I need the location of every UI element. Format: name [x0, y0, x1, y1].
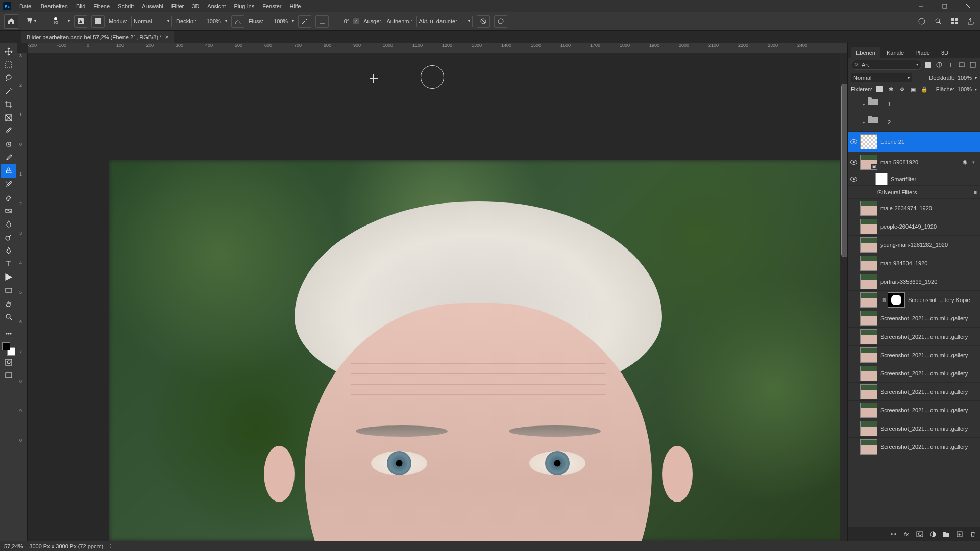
cloud-docs-icon[interactable]	[917, 16, 927, 27]
canvas-scrollbar-vertical[interactable]	[840, 53, 847, 541]
layer-row[interactable]: Smartfilter	[848, 172, 980, 186]
history-brush-tool[interactable]	[1, 178, 16, 191]
dodge-tool[interactable]	[1, 231, 16, 244]
canvas[interactable]	[28, 53, 847, 541]
tool-preset-picker[interactable]: ▾	[22, 14, 39, 29]
marquee-tool[interactable]	[1, 58, 16, 71]
layer-row[interactable]: Screenshot_2021…om.miui.gallery	[848, 328, 980, 346]
visibility-toggle[interactable]	[848, 177, 860, 182]
close-button[interactable]	[957, 0, 980, 12]
layer-row[interactable]: ▸1	[848, 95, 980, 113]
expand-icon[interactable]: ▸	[860, 102, 867, 107]
move-tool[interactable]	[1, 45, 16, 58]
pen-tool[interactable]	[1, 244, 16, 257]
lock-position-icon[interactable]: ✱	[887, 85, 895, 93]
minimize-button[interactable]	[910, 0, 933, 12]
visibility-toggle[interactable]	[848, 160, 860, 165]
canvas-area[interactable]: -200-10001002003004005006007008009001000…	[17, 43, 847, 541]
blend-mode-select[interactable]: Normal▾	[131, 16, 172, 27]
lasso-tool[interactable]	[1, 71, 16, 85]
edit-toolbar[interactable]	[1, 327, 16, 340]
type-tool[interactable]	[1, 257, 16, 270]
new-layer-icon[interactable]	[955, 530, 964, 538]
ruler-horizontal[interactable]: -200-10001002003004005006007008009001000…	[28, 43, 847, 53]
filter-visibility-icon[interactable]	[876, 190, 884, 195]
ignore-adjustment-toggle[interactable]	[477, 15, 490, 28]
filter-adjust-icon[interactable]	[935, 61, 943, 69]
brush-tool[interactable]	[1, 151, 16, 164]
opacity-pressure-toggle[interactable]	[231, 15, 244, 28]
screen-mode[interactable]	[1, 369, 16, 382]
ruler-vertical[interactable]: 32101234567890	[17, 53, 28, 541]
layer-row[interactable]: Screenshot_2021…om.miui.gallery	[848, 309, 980, 328]
gradient-tool[interactable]	[1, 204, 16, 217]
layer-row[interactable]: portrait-3353699_1920	[848, 272, 980, 291]
doc-info[interactable]: 3000 Px x 3000 Px (72 ppcm)	[29, 543, 103, 549]
quick-mask-toggle[interactable]	[1, 356, 16, 369]
color-swatches[interactable]	[2, 342, 15, 356]
wand-tool[interactable]	[1, 85, 16, 98]
home-button[interactable]	[4, 14, 18, 29]
layer-mask-icon[interactable]	[916, 530, 924, 538]
filter-options-icon[interactable]: ≡	[974, 189, 977, 195]
layer-opacity-value[interactable]: 100%	[958, 74, 972, 81]
smart-filter-toggle[interactable]: ◉	[963, 159, 968, 165]
document-tab[interactable]: Bilder bearbeiten.psdc bei 57,2% (Ebene …	[21, 31, 174, 43]
opacity-input[interactable]	[201, 16, 221, 27]
expand-icon[interactable]: ▸	[860, 120, 867, 125]
zoom-tool[interactable]	[1, 310, 16, 323]
layer-row[interactable]: male-2634974_1920	[848, 199, 980, 217]
adjustment-layer-icon[interactable]	[929, 530, 937, 538]
layer-row[interactable]: Ebene 21	[848, 132, 980, 152]
search-icon[interactable]	[933, 16, 943, 27]
panel-tab-3d[interactable]: 3D	[936, 47, 953, 58]
airbrush-toggle[interactable]	[298, 15, 311, 28]
menu-bild[interactable]: Bild	[72, 1, 89, 11]
menu-plug-ins[interactable]: Plug-ins	[230, 1, 258, 11]
brush-panel-toggle[interactable]	[74, 15, 87, 28]
crop-tool[interactable]	[1, 98, 16, 111]
menu-ansicht[interactable]: Ansicht	[203, 1, 230, 11]
lock-move-icon[interactable]: ✥	[898, 85, 906, 93]
layers-list[interactable]: ▸1▸2Ebene 21▣man-59081920◉▾SmartfilterNe…	[848, 95, 980, 527]
flow-input[interactable]	[267, 16, 288, 27]
filter-pixel-icon[interactable]	[924, 61, 932, 69]
healing-tool[interactable]	[1, 138, 16, 151]
layer-row[interactable]: Screenshot_2021…om.miui.gallery	[848, 346, 980, 364]
layer-row[interactable]: ▣man-59081920◉▾	[848, 152, 980, 172]
layer-row[interactable]: people-2604149_1920	[848, 217, 980, 236]
menu-bearbeiten[interactable]: Bearbeiten	[37, 1, 72, 11]
layer-row[interactable]: Screenshot_2021…om.miui.gallery	[848, 419, 980, 438]
layer-row[interactable]: Neural Filters≡	[848, 186, 980, 199]
filter-smart-icon[interactable]	[969, 61, 977, 69]
filter-type-icon[interactable]: T	[946, 61, 954, 69]
menu-auswahl[interactable]: Auswahl	[138, 1, 167, 11]
maximize-button[interactable]	[933, 0, 957, 12]
filter-shape-icon[interactable]	[958, 61, 966, 69]
layer-row[interactable]: Screenshot_2021…om.miui.gallery	[848, 438, 980, 456]
link-mask-icon[interactable]: ⊠	[880, 297, 888, 303]
visibility-toggle[interactable]	[848, 139, 860, 144]
pressure-size-toggle[interactable]	[494, 15, 507, 28]
layer-row[interactable]: young-man-1281282_1920	[848, 236, 980, 254]
aligned-checkbox[interactable]: ✓	[353, 18, 359, 24]
eyedropper-tool[interactable]	[1, 124, 16, 138]
layer-fx-icon[interactable]: fx	[902, 530, 911, 538]
layer-blend-select[interactable]: Normal▾	[851, 73, 912, 82]
delete-layer-icon[interactable]	[969, 530, 977, 538]
blur-tool[interactable]	[1, 217, 16, 231]
menu-fenster[interactable]: Fenster	[258, 1, 285, 11]
layer-row[interactable]: Screenshot_2021…om.miui.gallery	[848, 364, 980, 383]
panel-tab-kanäle[interactable]: Kanäle	[881, 47, 909, 58]
workspace-icon[interactable]	[949, 16, 960, 27]
fill-value[interactable]: 100%	[958, 86, 972, 92]
layer-row[interactable]: ▸2	[848, 113, 980, 132]
menu-filter[interactable]: Filter	[167, 1, 188, 11]
path-tool[interactable]	[1, 270, 16, 284]
share-icon[interactable]	[966, 16, 976, 27]
new-group-icon[interactable]	[942, 530, 950, 538]
eraser-tool[interactable]	[1, 191, 16, 204]
angle-input[interactable]	[333, 16, 349, 27]
link-layers-icon[interactable]: ⊶	[889, 530, 897, 538]
menu-ebene[interactable]: Ebene	[89, 1, 114, 11]
